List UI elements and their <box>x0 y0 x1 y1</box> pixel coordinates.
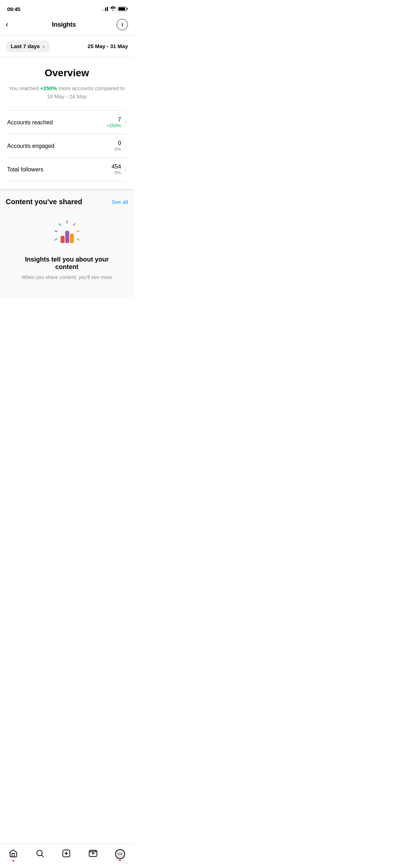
page-title: Insights <box>52 21 76 29</box>
nav-header: ‹ Insights i <box>0 16 134 35</box>
stat-label: Accounts engaged <box>7 143 55 149</box>
stat-number: 0 <box>114 140 121 146</box>
stat-label: Accounts reached <box>7 119 53 126</box>
info-button[interactable]: i <box>117 19 128 30</box>
period-selector[interactable]: Last 7 days ⌄ <box>6 40 50 52</box>
overview-subtitle: You reached +250% more accounts compared… <box>7 84 127 100</box>
chevron-right-icon: › <box>125 143 127 149</box>
stat-number: 454 <box>112 164 121 170</box>
stat-item-accounts-reached[interactable]: Accounts reached 7 +250% › <box>7 111 127 134</box>
stat-values: 454 0% <box>112 164 121 175</box>
filter-bar: Last 7 days ⌄ 25 May - 31 May <box>0 35 134 57</box>
content-header: Content you've shared See all <box>6 198 128 206</box>
stat-item-total-followers[interactable]: Total followers 454 0% › <box>7 158 127 181</box>
svg-rect-9 <box>70 234 74 243</box>
chevron-down-icon: ⌄ <box>42 44 45 48</box>
stat-item-accounts-engaged[interactable]: Accounts engaged 0 0% › <box>7 134 127 158</box>
stat-label: Total followers <box>7 166 43 173</box>
svg-rect-7 <box>61 236 65 243</box>
svg-line-1 <box>73 224 75 225</box>
see-all-button[interactable]: See all <box>112 199 128 205</box>
svg-line-5 <box>77 239 79 240</box>
stats-list: Accounts reached 7 +250% › Accounts enga… <box>7 110 127 181</box>
chevron-right-icon: › <box>125 119 127 126</box>
stat-right: 0 0% › <box>114 140 127 152</box>
subtitle-prefix: You reached <box>9 85 40 91</box>
status-icons <box>102 6 127 12</box>
overview-title: Overview <box>7 67 127 79</box>
empty-state-subtitle: When you share content, you'll see more <box>22 274 112 280</box>
highlight-percent: +250% <box>40 85 57 91</box>
date-range: 25 May - 31 May <box>88 43 128 49</box>
chevron-right-icon: › <box>125 166 127 173</box>
wifi-icon <box>110 6 116 12</box>
content-shared-title: Content you've shared <box>6 198 82 206</box>
insights-chart-icon <box>53 220 81 249</box>
content-shared-section: Content you've shared See all <box>0 191 134 298</box>
stat-change: 0% <box>112 170 121 175</box>
status-time: 09:45 <box>7 6 20 12</box>
stat-number: 7 <box>107 117 121 123</box>
svg-line-6 <box>55 239 57 240</box>
svg-rect-8 <box>65 231 69 243</box>
status-bar: 09:45 <box>0 0 134 16</box>
empty-state: Insights tell you about your content Whe… <box>6 217 128 291</box>
stat-values: 0 0% <box>114 140 121 152</box>
back-button[interactable]: ‹ <box>6 19 11 31</box>
stat-values: 7 +250% <box>107 117 121 128</box>
svg-line-3 <box>59 224 61 225</box>
overview-section: Overview You reached +250% more accounts… <box>0 57 134 191</box>
svg-line-4 <box>55 231 57 232</box>
stat-right: 7 +250% › <box>107 117 127 128</box>
stat-change: +250% <box>107 123 121 128</box>
empty-state-title: Insights tell you about your content <box>13 256 121 271</box>
subtitle-suffix: more accounts compared to 18 May - 24 Ma… <box>47 85 125 99</box>
stat-right: 454 0% › <box>112 164 127 175</box>
battery-icon <box>118 7 127 11</box>
period-label: Last 7 days <box>11 43 40 49</box>
signal-icon <box>102 7 108 11</box>
svg-line-2 <box>77 231 79 232</box>
stat-change: 0% <box>114 146 121 152</box>
